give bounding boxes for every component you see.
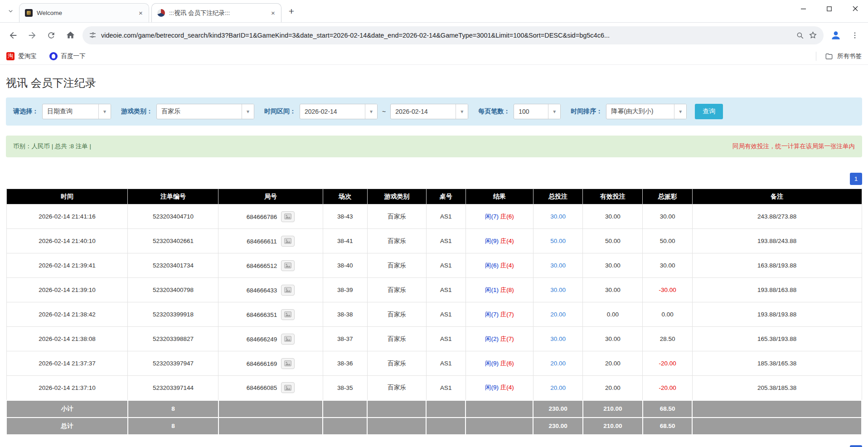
total-row: 总计8230.00210.0068.50 [6, 418, 862, 435]
cell-table-no: AS1 [426, 376, 466, 400]
cell-session: 38-38 [323, 302, 367, 327]
total-bet-link[interactable]: 30.00 [550, 287, 566, 293]
footer-cell [367, 400, 426, 418]
footer-cell: 68.50 [643, 418, 692, 435]
tab-betrecord[interactable]: :::视讯 会员下注纪录::: × [151, 3, 281, 22]
round-replay-icon[interactable] [281, 211, 295, 222]
round-replay-icon[interactable] [281, 260, 295, 271]
round-replay-icon[interactable] [281, 285, 295, 296]
total-bet-link[interactable]: 20.00 [550, 360, 566, 367]
total-bet-link[interactable]: 30.00 [550, 262, 566, 269]
column-header: 注单编号 [128, 189, 218, 204]
new-tab-button[interactable]: + [285, 5, 298, 18]
tab-close-icon[interactable]: × [136, 9, 145, 17]
divider [816, 52, 816, 61]
round-number: 684666433 [247, 287, 277, 293]
column-header: 结果 [466, 189, 533, 204]
table-body: 2026-02-14 21:41:16523203404710684666786… [6, 204, 862, 435]
date-start-select[interactable]: 2026-02-14 ▾ [300, 104, 378, 119]
query-type-select[interactable]: 日期查询 ▾ [42, 104, 111, 119]
currency-summary-text: 币别：人民币 | 总共 :8 注单 | [13, 142, 91, 151]
cell-note: 205.38/185.38 [692, 376, 862, 400]
home-icon[interactable] [62, 27, 79, 44]
cell-game-type: 百家乐 [367, 327, 426, 351]
game-type-select[interactable]: 百家乐 ▾ [156, 104, 254, 119]
result-player: 闲(6) [485, 262, 499, 269]
cell-payout: 30.00 [643, 253, 692, 278]
pagination-page-1[interactable]: 1 [850, 445, 862, 447]
cell-round: 684666249 [218, 327, 323, 351]
cell-note: 193.88/243.88 [692, 229, 862, 253]
chevron-down-icon: ▾ [98, 104, 111, 119]
date-end-select[interactable]: 2026-02-14 ▾ [390, 104, 468, 119]
query-type-value: 日期查询 [43, 104, 98, 119]
cell-round: 684666085 [218, 376, 323, 400]
table-row: 2026-02-14 21:37:37523203397947684666169… [6, 351, 862, 376]
browser-menu-icon[interactable] [846, 27, 863, 44]
tab-title: Welcome [37, 10, 132, 16]
cell-table-no: AS1 [426, 302, 466, 327]
cell-valid-bet: 20.00 [583, 351, 643, 376]
round-replay-icon[interactable] [281, 236, 295, 247]
cell-total-bet: 30.00 [533, 278, 582, 302]
minimize-button[interactable] [790, 0, 816, 17]
cell-session: 38-37 [323, 327, 367, 351]
forward-icon[interactable] [24, 27, 41, 44]
table-row: 2026-02-14 21:37:10523203397144684666085… [6, 376, 862, 400]
bookmark-baidu[interactable]: 百度一下 [49, 52, 86, 60]
cell-total-bet: 30.00 [533, 204, 582, 229]
result-banker: 庄(7) [500, 335, 514, 342]
footer-cell [323, 418, 367, 435]
search-button[interactable]: 查询 [695, 104, 723, 119]
tab-search-chevron-icon[interactable] [2, 1, 19, 21]
total-bet-link[interactable]: 30.00 [550, 213, 566, 220]
round-replay-icon[interactable] [281, 334, 295, 345]
column-header: 局号 [218, 189, 323, 204]
bookmark-taobao[interactable]: 淘 爱淘宝 [6, 52, 37, 60]
column-header: 场次 [323, 189, 367, 204]
cell-bet-id: 523203400798 [128, 278, 218, 302]
close-button[interactable] [842, 0, 868, 17]
search-icon[interactable] [796, 31, 804, 39]
cell-valid-bet: 30.00 [583, 253, 643, 278]
cell-total-bet: 30.00 [533, 327, 582, 351]
cell-bet-id: 523203401734 [128, 253, 218, 278]
total-bet-link[interactable]: 20.00 [550, 384, 566, 391]
total-bet-link[interactable]: 50.00 [550, 238, 566, 244]
result-banker: 庄(6) [500, 360, 514, 367]
maximize-button[interactable] [816, 0, 842, 17]
valid-bet-note-text: 同局有效投注，统一计算在该局第一张注单内 [732, 142, 855, 151]
bookmark-star-icon[interactable] [809, 31, 817, 39]
footer-cell [323, 400, 367, 418]
cell-result: 闲(2) 庄(7) [466, 327, 533, 351]
cell-total-bet: 20.00 [533, 351, 582, 376]
url-bar[interactable]: videoie.com/game/betrecord_search/kind3?… [82, 26, 824, 44]
table-row: 2026-02-14 21:39:10523203400798684666433… [6, 278, 862, 302]
per-page-select[interactable]: 100 ▾ [514, 104, 561, 119]
game-type-value: 百家乐 [157, 104, 242, 119]
site-info-icon[interactable] [89, 31, 97, 39]
cell-bet-id: 523203399918 [128, 302, 218, 327]
footer-cell [426, 400, 466, 418]
round-replay-icon[interactable] [281, 382, 295, 393]
tab-close-icon[interactable]: × [269, 9, 277, 17]
tab-welcome[interactable]: Welcome × [19, 3, 149, 22]
result-banker: 庄(4) [500, 238, 514, 244]
column-header: 时间 [6, 189, 128, 204]
all-bookmarks-button[interactable]: 所有书签 [816, 52, 862, 61]
cell-valid-bet: 50.00 [583, 229, 643, 253]
profile-avatar-icon[interactable] [827, 27, 844, 44]
back-icon[interactable] [5, 27, 22, 44]
pagination-page-1[interactable]: 1 [850, 173, 862, 185]
sort-order-select[interactable]: 降幂(由大到小) ▾ [606, 104, 687, 119]
bookmarks-bar: 淘 爱淘宝 百度一下 所有书签 [0, 48, 868, 65]
total-bet-link[interactable]: 20.00 [550, 311, 566, 318]
column-header: 游戏类别 [367, 189, 426, 204]
result-player: 闲(1) [485, 287, 499, 293]
round-replay-icon[interactable] [281, 309, 295, 320]
cell-total-bet: 30.00 [533, 253, 582, 278]
cell-result: 闲(6) 庄(4) [466, 253, 533, 278]
round-replay-icon[interactable] [281, 358, 295, 369]
total-bet-link[interactable]: 30.00 [550, 335, 566, 342]
refresh-icon[interactable] [43, 27, 60, 44]
